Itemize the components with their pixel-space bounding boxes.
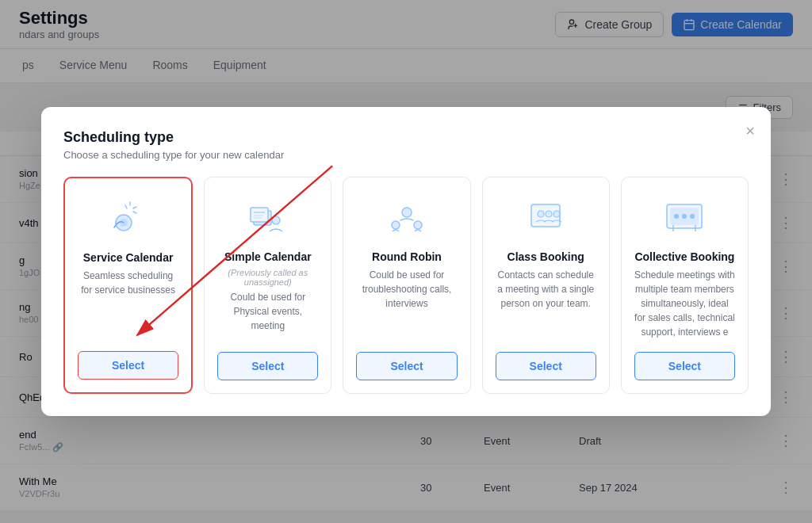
svg-point-26 — [553, 211, 560, 217]
svg-point-22 — [414, 221, 422, 229]
svg-point-29 — [674, 214, 679, 219]
svg-point-20 — [402, 208, 412, 217]
modal-subtitle: Choose a scheduling type for your new ca… — [63, 149, 749, 161]
svg-point-31 — [690, 214, 695, 219]
card-simple-calendar-desc: Could be used for Physical events, meeti… — [217, 290, 318, 339]
svg-point-25 — [546, 211, 552, 217]
collective-booking-icon — [661, 193, 708, 241]
card-collective-booking-title: Collective Booking — [634, 250, 734, 263]
card-service-calendar-desc: Seamless scheduling for service business… — [78, 269, 178, 338]
service-calendar-icon — [105, 194, 152, 242]
card-round-robin: Round Robin Could be used for troublesho… — [343, 177, 470, 394]
svg-point-24 — [538, 211, 544, 217]
card-service-calendar-title: Service Calendar — [83, 251, 174, 264]
card-class-booking-desc: Contacts can schedule a meeting with a s… — [496, 268, 596, 339]
scheduling-type-modal: × Scheduling type Choose a scheduling ty… — [41, 107, 771, 416]
card-round-robin-title: Round Robin — [372, 250, 442, 263]
modal-overlay: × Scheduling type Choose a scheduling ty… — [0, 0, 812, 523]
card-simple-calendar-note: (Previously called as unassigned) — [217, 268, 318, 287]
card-collective-booking-desc: Schedule meetings with multiple team mem… — [634, 268, 735, 339]
scheduling-type-cards: Service Calendar Seamless scheduling for… — [63, 177, 749, 394]
svg-line-11 — [133, 207, 136, 208]
svg-line-12 — [125, 205, 127, 208]
select-collective-booking-button[interactable]: Select — [634, 352, 735, 380]
modal-close-button[interactable]: × — [745, 123, 755, 139]
svg-point-30 — [682, 214, 687, 219]
card-simple-calendar-title: Simple Calendar — [224, 250, 312, 263]
svg-point-21 — [392, 221, 400, 229]
card-class-booking-title: Class Booking — [508, 250, 584, 263]
select-service-calendar-button[interactable]: Select — [78, 351, 178, 380]
card-simple-calendar: Simple Calendar (Previously called as un… — [204, 177, 331, 394]
card-round-robin-desc: Could be used for troubleshooting calls,… — [356, 268, 457, 339]
class-booking-icon — [522, 193, 569, 241]
modal-title: Scheduling type — [63, 129, 749, 146]
modal-header: Scheduling type Choose a scheduling type… — [63, 129, 749, 161]
card-class-booking: Class Booking Contacts can schedule a me… — [482, 177, 610, 394]
card-collective-booking: Collective Booking Schedule meetings wit… — [621, 177, 749, 394]
svg-line-13 — [133, 212, 136, 213]
select-simple-calendar-button[interactable]: Select — [217, 352, 318, 380]
card-service-calendar: Service Calendar Seamless scheduling for… — [63, 177, 193, 394]
round-robin-icon — [383, 193, 431, 241]
svg-point-19 — [272, 216, 280, 224]
select-round-robin-button[interactable]: Select — [356, 352, 457, 380]
select-class-booking-button[interactable]: Select — [496, 352, 596, 380]
svg-rect-15 — [251, 208, 268, 222]
simple-calendar-icon — [244, 193, 292, 241]
